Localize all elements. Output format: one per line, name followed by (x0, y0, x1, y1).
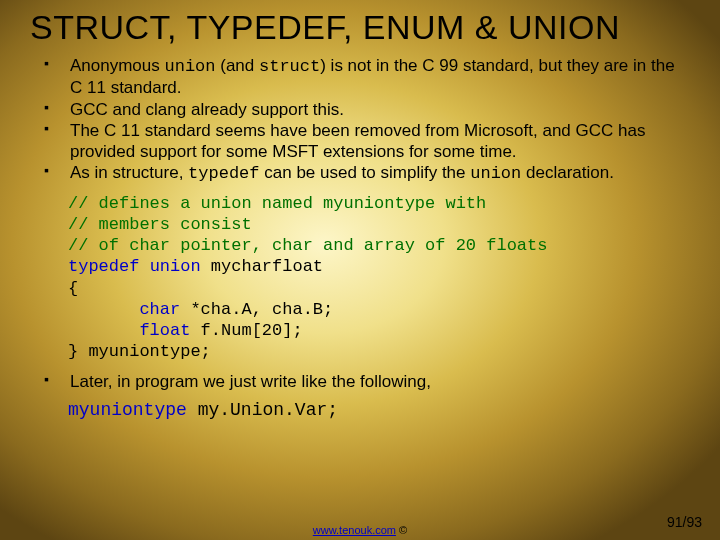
text: declaration. (521, 163, 614, 182)
code-keyword: char (68, 300, 180, 319)
code-inline: typedef (188, 164, 259, 183)
code-keyword: union (150, 257, 201, 276)
text: Anonymous (70, 56, 165, 75)
code-block: // defines a union named myuniontype wit… (68, 193, 690, 363)
text: As in structure, (70, 163, 188, 182)
bullet-5: Later, in program we just write like the… (44, 371, 690, 392)
code-text: { (68, 279, 78, 298)
bullet-1: Anonymous union (and struct) is not in t… (44, 55, 690, 99)
footer-link[interactable]: www.tenouk.com (313, 524, 396, 536)
page-number: 91/93 (667, 514, 702, 530)
code-keyword: typedef (68, 257, 139, 276)
code-inline: struct (259, 57, 320, 76)
code-keyword: float (68, 321, 190, 340)
bullet-3: The C 11 standard seems have been remove… (44, 120, 690, 163)
copyright-icon: © (396, 524, 407, 536)
code-text: } myuniontype; (68, 342, 211, 361)
bullet-list-top: Anonymous union (and struct) is not in t… (30, 55, 690, 185)
bullet-2: GCC and clang already support this. (44, 99, 690, 120)
text: (and (216, 56, 259, 75)
code-comment: // of char pointer, char and array of 20… (68, 236, 547, 255)
code-keyword: myuniontype (68, 400, 187, 420)
code-comment: // members consist (68, 215, 252, 234)
text: can be used to simplify the (260, 163, 471, 182)
bullet-4: As in structure, typedef can be used to … (44, 162, 690, 184)
code-text: my.Union.Var; (187, 400, 338, 420)
code-inline: union (165, 57, 216, 76)
code-text: mycharfloat (201, 257, 323, 276)
bullet-list-bottom: Later, in program we just write like the… (30, 371, 690, 392)
code-comment: // defines a union named myuniontype wit… (68, 194, 486, 213)
code-text: *cha.A, cha.B; (180, 300, 333, 319)
code-inline: union (470, 164, 521, 183)
slide-title: STRUCT, TYPEDEF, ENUM & UNION (30, 8, 690, 47)
code-text: f.Num[20]; (190, 321, 302, 340)
slide: STRUCT, TYPEDEF, ENUM & UNION Anonymous … (0, 0, 720, 540)
footer: www.tenouk.com © (0, 524, 720, 536)
usage-line: myuniontype my.Union.Var; (68, 400, 690, 420)
